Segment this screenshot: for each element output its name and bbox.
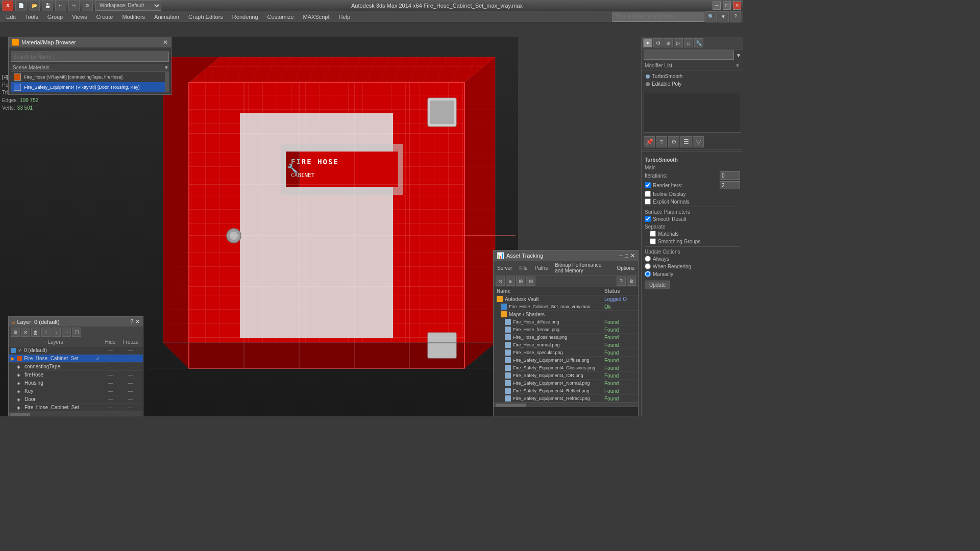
- menu-maxscript[interactable]: MAXScript: [299, 13, 334, 21]
- open-btn[interactable]: 📂: [29, 0, 40, 11]
- motion-tab[interactable]: ▷: [674, 38, 683, 47]
- asset-settings-btn[interactable]: ⚙: [627, 277, 636, 286]
- asset-row-vault[interactable]: Autodesk Vault Logged O: [494, 295, 638, 303]
- asset-menu-bitmap[interactable]: Bitmap Performance and Memory: [553, 262, 611, 274]
- close-btn[interactable]: ✕: [733, 2, 741, 10]
- modifier-editable-poly[interactable]: Editable Poly: [644, 80, 741, 88]
- modifier-name-input[interactable]: Door: [644, 51, 734, 60]
- asset-maximize-btn[interactable]: □: [625, 253, 628, 259]
- layer-row-cabinet-set2[interactable]: ◈ Fire_Hose_Cabinet_Set — —: [15, 404, 143, 412]
- asset-btn-1[interactable]: ⊙: [496, 277, 505, 286]
- asset-minimize-btn[interactable]: ─: [619, 253, 623, 259]
- search-input[interactable]: [612, 12, 704, 22]
- render-setup-btn[interactable]: ⚙: [82, 0, 93, 11]
- layer-help-btn[interactable]: ?: [130, 318, 133, 325]
- asset-menu-options[interactable]: Options: [616, 265, 636, 271]
- layer-move-to-btn[interactable]: →: [62, 328, 71, 337]
- asset-row-fse-refract[interactable]: Fire_Safety_Equipment4_Refract.png Found: [502, 395, 638, 403]
- menu-edit[interactable]: Edit: [2, 13, 20, 21]
- asset-row-specular[interactable]: Fire_Hose_specular.png Found: [502, 349, 638, 357]
- asset-btn-4[interactable]: ⊟: [526, 277, 535, 286]
- menu-animation[interactable]: Animation: [150, 13, 183, 21]
- asset-menu-paths[interactable]: Paths: [533, 265, 550, 271]
- asset-path-input[interactable]: [494, 407, 638, 416]
- layer-row-door[interactable]: ◈ Door — —: [15, 395, 143, 404]
- workspace-dropdown[interactable]: Workspace: Default: [95, 1, 161, 11]
- new-btn[interactable]: 📄: [15, 0, 27, 11]
- asset-help-btn[interactable]: ?: [617, 277, 626, 286]
- layer-down-btn[interactable]: ↓: [52, 328, 61, 337]
- redo-btn[interactable]: ↪: [68, 0, 80, 11]
- asset-row-fse-reflect[interactable]: Fire_Safety_Equipment4_Reflect.png Found: [502, 387, 638, 395]
- menu-create[interactable]: Create: [92, 13, 117, 21]
- menu-modifiers[interactable]: Modifiers: [118, 13, 149, 21]
- asset-row-fse-normal[interactable]: Fire_Safety_Equipment4_Normal.png Found: [502, 380, 638, 387]
- layer-delete-btn[interactable]: 🗑: [31, 328, 40, 337]
- show-all-btn[interactable]: ☰: [680, 136, 692, 147]
- when-rendering-radio[interactable]: [645, 263, 651, 269]
- isoline-checkbox[interactable]: [645, 191, 651, 197]
- save-btn[interactable]: 💾: [42, 0, 53, 11]
- render-iters-input[interactable]: [720, 181, 740, 189]
- menu-group[interactable]: Group: [43, 13, 67, 21]
- display-tab[interactable]: □: [684, 38, 693, 47]
- asset-row-gloss[interactable]: Fire_Hose_glossiness.png Found: [502, 334, 638, 341]
- asset-row-maps[interactable]: Maps / Shaders: [498, 311, 638, 318]
- material-search-input[interactable]: [11, 52, 169, 62]
- asset-close-btn[interactable]: ✕: [630, 253, 635, 259]
- layer-horizontal-scrollbar[interactable]: [9, 412, 143, 416]
- create-tab[interactable]: ✦: [643, 38, 652, 47]
- layer-row-housing[interactable]: ◈ Housing — —: [15, 379, 143, 387]
- asset-btn-3[interactable]: ⊞: [516, 277, 525, 286]
- utilities-tab[interactable]: 🔧: [694, 38, 703, 47]
- manually-radio[interactable]: [645, 271, 651, 277]
- material-scrollbar[interactable]: [165, 72, 169, 92]
- menu-rendering[interactable]: Rendering: [228, 13, 262, 21]
- menu-views[interactable]: Views: [68, 13, 91, 21]
- menu-tools[interactable]: Tools: [21, 13, 42, 21]
- asset-row-fse-ior[interactable]: Fire_Safety_Equipment4_IOR.png Found: [502, 372, 638, 380]
- asset-row-frensel[interactable]: Fire_Hose_frensel.png Found: [502, 326, 638, 334]
- smooth-result-checkbox[interactable]: [645, 216, 651, 222]
- update-button[interactable]: Update: [645, 281, 670, 289]
- asset-menu-file[interactable]: File: [518, 265, 529, 271]
- asset-btn-2[interactable]: ≡: [506, 277, 515, 286]
- modifier-turbosmooth[interactable]: TurboSmooth: [644, 72, 741, 80]
- asset-row-normal[interactable]: Fire_Hose_normal.png Found: [502, 341, 638, 349]
- undo-btn[interactable]: ↩: [55, 0, 66, 11]
- layer-scroll-thumb[interactable]: [10, 413, 30, 416]
- materials-checkbox[interactable]: [650, 231, 656, 237]
- layer-up-btn[interactable]: ↑: [41, 328, 51, 337]
- layer-select-btn[interactable]: ☐: [72, 328, 81, 337]
- menu-help[interactable]: Help: [335, 13, 355, 21]
- modifier-options-btn[interactable]: ≡: [656, 136, 667, 147]
- layer-close-btn[interactable]: ✕: [135, 318, 140, 325]
- smoothing-groups-checkbox[interactable]: [650, 238, 656, 244]
- asset-row-fse-gloss[interactable]: Fire_Safety_Equipment4_Glossines.png Fou…: [502, 364, 638, 372]
- asset-row-diffuse[interactable]: Fire_Hose_diffuse.png Found: [502, 318, 638, 326]
- help-btn[interactable]: ?: [730, 11, 741, 22]
- layer-row-key[interactable]: ◈ Key — —: [15, 387, 143, 395]
- search-btn[interactable]: 🔍: [705, 11, 717, 22]
- app-icon[interactable]: 3: [2, 0, 13, 11]
- collapse-btn[interactable]: ▽: [693, 136, 704, 147]
- iterations-input[interactable]: [720, 171, 740, 180]
- asset-row-max-file[interactable]: Fire_Hose_Cabinet_Set_max_vray.max Ok: [498, 303, 638, 311]
- material-row-1[interactable]: Fire_Safety_Equipment4 (VRayMtl) [Door, …: [11, 82, 165, 92]
- asset-horizontal-scrollbar[interactable]: [494, 403, 638, 407]
- search-options-btn[interactable]: ▼: [718, 11, 729, 22]
- render-iters-checkbox[interactable]: [645, 182, 651, 188]
- layer-row-connecting[interactable]: ◈ connectingTape — —: [15, 363, 143, 371]
- layer-row-cabinet-set[interactable]: ▶ Fire_Hose_Cabinet_Set ✓ — —: [9, 355, 143, 363]
- material-panel-close[interactable]: ✕: [163, 39, 168, 46]
- layer-add-btn[interactable]: ✕: [21, 328, 30, 337]
- maximize-btn[interactable]: □: [723, 2, 731, 10]
- always-radio[interactable]: [645, 256, 651, 262]
- asset-row-fse-diffuse[interactable]: Fire_Safety_Equipment4_Diffuse.png Found: [502, 357, 638, 364]
- hierarchy-tab[interactable]: ⊕: [664, 38, 673, 47]
- explicit-normals-checkbox[interactable]: [645, 198, 651, 205]
- layer-settings-btn[interactable]: ⚙: [11, 328, 20, 337]
- menu-graph-editors[interactable]: Graph Editors: [184, 13, 227, 21]
- layer-row-firehose[interactable]: ◈ fireHose — —: [15, 371, 143, 379]
- material-row-0[interactable]: Fire_Hose (VRayMtl) [connectingTape, fir…: [11, 72, 165, 82]
